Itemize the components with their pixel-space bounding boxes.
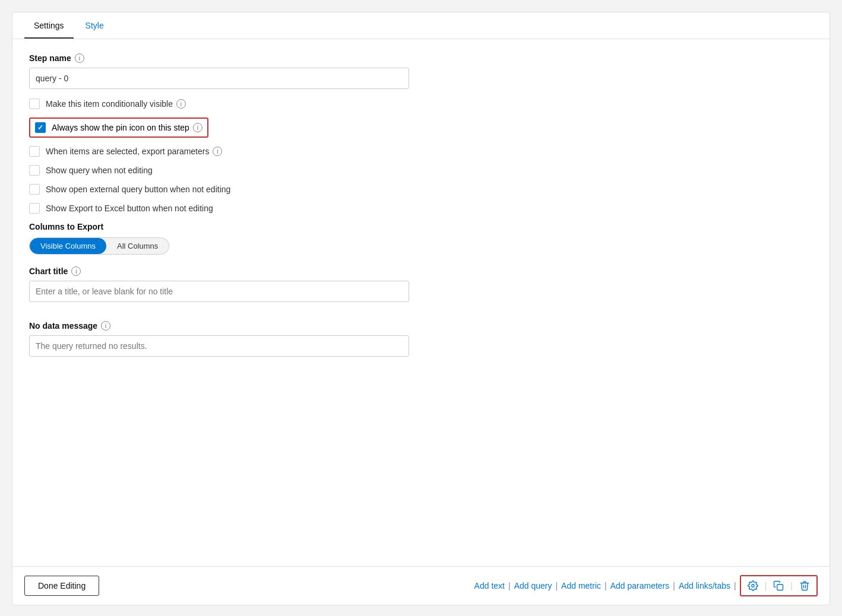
tab-style[interactable]: Style bbox=[76, 12, 113, 39]
step-name-info-icon[interactable]: i bbox=[75, 53, 84, 63]
all-columns-btn[interactable]: All Columns bbox=[106, 238, 169, 254]
sep-4: | bbox=[673, 581, 675, 590]
columns-export-section: Columns to Export Visible Columns All Co… bbox=[29, 222, 813, 255]
checkbox-row-export: When items are selected, export paramete… bbox=[29, 146, 813, 157]
settings-content: Step name i Make this item conditionally… bbox=[12, 39, 830, 566]
checkbox-pin[interactable] bbox=[35, 122, 46, 133]
sep-3: | bbox=[604, 581, 607, 590]
checkbox-export[interactable] bbox=[29, 146, 40, 157]
export-info-icon[interactable]: i bbox=[213, 147, 222, 156]
checkbox-row-exportexcel: Show Export to Excel button when not edi… bbox=[29, 203, 813, 214]
no-data-info-icon[interactable]: i bbox=[101, 321, 110, 331]
icon-sep-1: | bbox=[765, 581, 767, 590]
chart-title-input[interactable] bbox=[29, 281, 409, 302]
step-name-label: Step name i bbox=[29, 53, 813, 63]
no-data-message-input[interactable] bbox=[29, 335, 409, 357]
sep-5: | bbox=[734, 581, 736, 590]
action-icon-group: | | bbox=[740, 575, 818, 596]
chart-title-label: Chart title i bbox=[29, 266, 813, 276]
delete-icon-button[interactable] bbox=[796, 577, 813, 594]
checkbox-row-conditional: Make this item conditionally visible i bbox=[29, 99, 813, 109]
sep-1: | bbox=[508, 581, 511, 590]
add-parameters-link[interactable]: Add parameters bbox=[610, 581, 670, 590]
checkbox-showquery[interactable] bbox=[29, 165, 40, 176]
checkbox-openexternal[interactable] bbox=[29, 184, 40, 195]
tab-settings[interactable]: Settings bbox=[24, 12, 74, 39]
chart-title-info-icon[interactable]: i bbox=[71, 266, 81, 276]
footer-bar: Done Editing Add text | Add query | Add … bbox=[12, 566, 830, 605]
done-editing-button[interactable]: Done Editing bbox=[24, 576, 99, 596]
checkbox-row-openexternal: Show open external query button when not… bbox=[29, 184, 813, 195]
icon-sep-2: | bbox=[790, 581, 793, 590]
no-data-message-label: No data message i bbox=[29, 321, 813, 331]
highlighted-pin-row: Always show the pin icon on this step i bbox=[29, 118, 208, 138]
add-metric-link[interactable]: Add metric bbox=[561, 581, 601, 590]
checkbox-conditional[interactable] bbox=[29, 99, 40, 109]
checkbox-row-showquery: Show query when not editing bbox=[29, 165, 813, 176]
copy-icon-button[interactable] bbox=[770, 577, 787, 594]
sep-2: | bbox=[555, 581, 558, 590]
checkbox-exportexcel[interactable] bbox=[29, 203, 40, 214]
svg-point-0 bbox=[751, 585, 754, 588]
gear-icon-button[interactable] bbox=[745, 577, 761, 594]
add-query-link[interactable]: Add query bbox=[514, 581, 552, 590]
visible-columns-btn[interactable]: Visible Columns bbox=[30, 238, 106, 254]
add-text-link[interactable]: Add text bbox=[474, 581, 505, 590]
columns-toggle-group: Visible Columns All Columns bbox=[29, 237, 169, 255]
conditional-info-icon[interactable]: i bbox=[176, 99, 186, 109]
settings-panel: Settings Style Step name i Make this ite… bbox=[12, 12, 830, 605]
step-name-input[interactable] bbox=[29, 68, 409, 89]
pin-info-icon[interactable]: i bbox=[193, 123, 202, 132]
tab-bar: Settings Style bbox=[12, 12, 830, 39]
columns-export-label: Columns to Export bbox=[29, 222, 813, 231]
svg-rect-1 bbox=[777, 585, 783, 590]
footer-links-group: Add text | Add query | Add metric | Add … bbox=[474, 575, 818, 596]
add-links-tabs-link[interactable]: Add links/tabs bbox=[679, 581, 730, 590]
